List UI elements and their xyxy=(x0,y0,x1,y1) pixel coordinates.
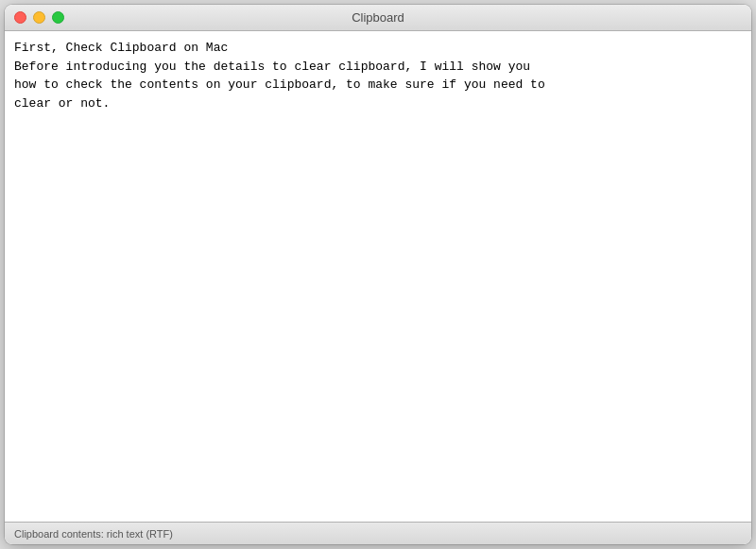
heading-line: First, Check Clipboard on Mac xyxy=(14,39,742,58)
minimize-button[interactable] xyxy=(33,11,45,24)
close-button[interactable] xyxy=(14,11,26,24)
status-bar: Clipboard contents: rich text (RTF) xyxy=(5,522,751,544)
title-bar: Clipboard xyxy=(5,5,751,31)
maximize-button[interactable] xyxy=(52,11,64,24)
status-text: Clipboard contents: rich text (RTF) xyxy=(14,528,173,540)
window-title: Clipboard xyxy=(352,10,404,25)
clipboard-window: Clipboard First, Check Clipboard on Mac … xyxy=(5,5,751,544)
content-area[interactable]: First, Check Clipboard on Mac Before int… xyxy=(5,31,751,522)
window-controls xyxy=(14,11,64,24)
body-paragraph: Before introducing you the details to cl… xyxy=(14,58,742,113)
